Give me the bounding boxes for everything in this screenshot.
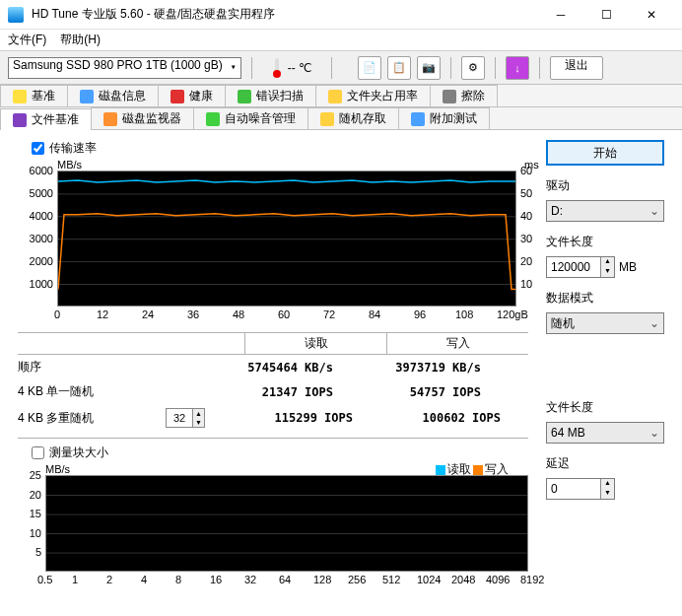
copy-text-button[interactable]: 📄 bbox=[358, 56, 381, 80]
tab-icon bbox=[13, 90, 27, 103]
separator bbox=[18, 438, 528, 439]
tab-磁盘监视器[interactable]: 磁盘监视器 bbox=[91, 107, 194, 129]
transfer-chart-body bbox=[57, 171, 516, 307]
tab-基准[interactable]: 基准 bbox=[0, 85, 68, 106]
toolbar-separator bbox=[450, 57, 451, 79]
tab-附加测试[interactable]: 附加测试 bbox=[398, 107, 490, 129]
tab-擦除[interactable]: 擦除 bbox=[430, 85, 498, 106]
options-button[interactable]: ⚙ bbox=[461, 56, 485, 80]
result-read: 5745464 KB/s bbox=[185, 361, 333, 375]
tab-icon bbox=[238, 90, 251, 103]
side-filelen-input[interactable]: ▲▼ bbox=[546, 256, 615, 278]
side-delay-field[interactable] bbox=[547, 479, 600, 499]
app-icon bbox=[8, 7, 24, 23]
x-tick: 512 bbox=[382, 574, 400, 585]
save-button[interactable]: ↓ bbox=[506, 56, 529, 80]
x-tick: 60 bbox=[278, 308, 290, 320]
blocksize-chart: MB/s 读取 写入 25 20 15 10 5 0.5124816326412… bbox=[24, 465, 528, 589]
tab-icon bbox=[320, 112, 334, 126]
result-label: 4 KB 单一随机 bbox=[18, 383, 185, 400]
content-area: 传输速率 MB/s ms 6000 5000 4000 3000 bbox=[0, 130, 682, 599]
transfer-rate-checkbox[interactable] bbox=[32, 142, 44, 155]
minimize-button[interactable]: ─ bbox=[538, 0, 583, 30]
tab-label: 擦除 bbox=[461, 88, 485, 104]
window-title: HD Tune 专业版 5.60 - 硬盘/固态硬盘实用程序 bbox=[32, 6, 538, 23]
tab-随机存取[interactable]: 随机存取 bbox=[307, 107, 399, 129]
tab-label: 基准 bbox=[32, 88, 55, 104]
x-tick: 96 bbox=[414, 308, 426, 320]
side-filelen2-label: 文件长度 bbox=[546, 399, 664, 416]
side-pattern-value: 随机 bbox=[551, 315, 575, 332]
tab-文件夹占用率[interactable]: 文件夹占用率 bbox=[315, 85, 431, 106]
y-tick: 25 bbox=[12, 469, 41, 481]
y-tick-r: 60 bbox=[520, 165, 540, 176]
tab-文件基准[interactable]: 文件基准 bbox=[0, 108, 92, 130]
queue-depth-spinner[interactable]: ▲▼ bbox=[166, 408, 205, 428]
tab-label: 错误扫描 bbox=[256, 88, 304, 104]
side-drive-label: 驱动 bbox=[546, 177, 664, 194]
menu-help[interactable]: 帮助(H) bbox=[60, 32, 101, 48]
side-filelen2-value: 64 MB bbox=[551, 426, 585, 440]
x-tick: 128 bbox=[313, 574, 331, 585]
blocksize-checkbox[interactable] bbox=[32, 446, 44, 459]
start-button[interactable]: 开始 bbox=[546, 140, 664, 166]
tab-label: 附加测试 bbox=[430, 110, 477, 127]
transfer-rate-checkbox-row: 传输速率 bbox=[32, 140, 528, 157]
y-tick-r: 20 bbox=[520, 255, 540, 267]
side-filelen-field[interactable] bbox=[547, 257, 600, 277]
queue-depth-field[interactable] bbox=[167, 409, 192, 427]
drive-select-value: Samsung SSD 980 PRO 1TB (1000 gB) bbox=[13, 58, 223, 72]
y-tick: 15 bbox=[12, 508, 41, 519]
y-tick-r: 40 bbox=[520, 210, 540, 222]
result-row: 4 KB 多重随机▲▼115299 IOPS100602 IOPS bbox=[18, 404, 528, 432]
maximize-button[interactable]: ☐ bbox=[583, 0, 629, 30]
tab-错误扫描[interactable]: 错误扫描 bbox=[225, 85, 316, 106]
exit-button-label: 退出 bbox=[565, 58, 588, 72]
x-tick: 36 bbox=[187, 308, 199, 320]
transfer-rate-label: 传输速率 bbox=[49, 140, 97, 157]
start-button-label: 开始 bbox=[593, 145, 617, 162]
side-delay-input[interactable]: ▲▼ bbox=[546, 478, 615, 500]
result-write: 100602 IOPS bbox=[353, 411, 501, 425]
toolbar-separator bbox=[495, 57, 496, 79]
menu-file[interactable]: 文件(F) bbox=[8, 32, 46, 48]
result-row: 顺序5745464 KB/s3973719 KB/s bbox=[18, 355, 528, 379]
tab-strip-row1: 基准磁盘信息健康错误扫描文件夹占用率擦除 bbox=[0, 85, 682, 107]
result-write: 3973719 KB/s bbox=[333, 361, 481, 375]
side-filelen-label: 文件长度 bbox=[546, 234, 664, 250]
x-tick: 1024 bbox=[417, 574, 441, 585]
screenshot-button[interactable]: 📷 bbox=[417, 56, 441, 80]
side-drive-select[interactable]: D: bbox=[546, 200, 664, 222]
side-pattern-select[interactable]: 随机 bbox=[546, 312, 664, 334]
blocksize-chart-svg bbox=[46, 476, 527, 573]
x-tick: 32 bbox=[244, 574, 256, 585]
blocksize-checkbox-row: 测量块大小 bbox=[32, 445, 528, 461]
x-tick: 12 bbox=[97, 308, 108, 320]
y-tick: 5 bbox=[12, 546, 41, 558]
result-label: 4 KB 多重随机 bbox=[18, 410, 166, 427]
transfer-chart: MB/s ms 6000 5000 4000 3000 2000 1000 bbox=[24, 161, 528, 326]
blocksize-label: 测量块大小 bbox=[49, 445, 108, 461]
close-button[interactable]: ✕ bbox=[629, 0, 674, 30]
y-tick: 5000 bbox=[24, 187, 53, 199]
results-header: 读取 写入 bbox=[18, 332, 528, 355]
copy-info-button[interactable]: 📋 bbox=[387, 56, 411, 80]
exit-button[interactable]: 退出 bbox=[550, 56, 603, 80]
result-read: 21347 IOPS bbox=[185, 385, 333, 399]
y-tick-r: 10 bbox=[520, 278, 540, 290]
tab-自动噪音管理[interactable]: 自动噪音管理 bbox=[193, 107, 308, 129]
y-tick: 20 bbox=[12, 489, 41, 501]
toolbar-separator bbox=[539, 57, 540, 79]
x-tick: 16 bbox=[210, 574, 222, 585]
x-tick: 24 bbox=[142, 308, 154, 320]
tab-icon bbox=[170, 90, 184, 103]
side-filelen2-select[interactable]: 64 MB bbox=[546, 422, 664, 444]
y-tick: 4000 bbox=[24, 210, 53, 222]
x-tick: 48 bbox=[233, 308, 244, 320]
temperature-display: -- ℃ bbox=[270, 58, 311, 78]
drive-select[interactable]: Samsung SSD 980 PRO 1TB (1000 gB) bbox=[8, 57, 241, 79]
tab-健康[interactable]: 健康 bbox=[158, 85, 226, 106]
tab-磁盘信息[interactable]: 磁盘信息 bbox=[67, 85, 159, 106]
tab-label: 自动噪音管理 bbox=[225, 110, 296, 127]
transfer-chart-svg bbox=[58, 171, 515, 307]
